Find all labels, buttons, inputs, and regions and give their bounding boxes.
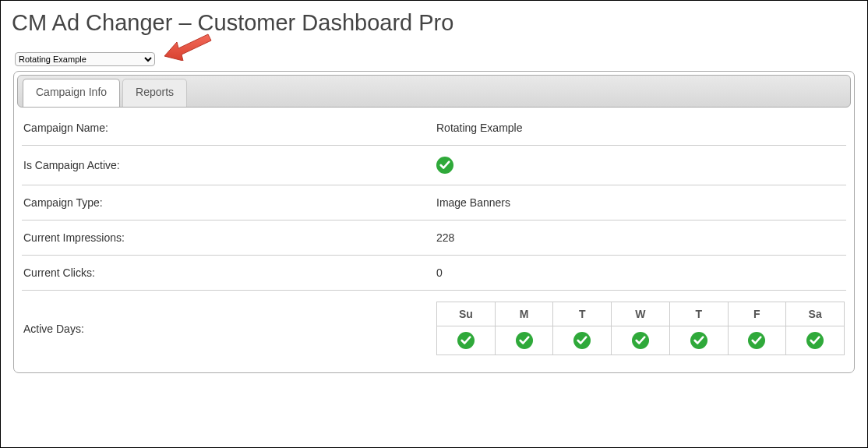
check-icon: [457, 332, 475, 349]
main-panel: Campaign Info Reports Campaign Name: Rot…: [13, 71, 855, 373]
active-days-header-row: Su M T W T F Sa: [437, 302, 845, 326]
row-clicks: Current Clicks: 0: [22, 256, 846, 291]
label-is-active: Is Campaign Active:: [23, 159, 436, 171]
day-header: M: [495, 302, 553, 326]
check-icon: [690, 332, 707, 349]
active-days-table: Su M T W T F Sa: [436, 302, 845, 355]
label-clicks: Current Clicks:: [23, 266, 436, 279]
day-cell: [728, 326, 786, 355]
day-header: W: [612, 302, 670, 326]
day-cell: [553, 326, 612, 355]
label-active-days: Active Days:: [23, 323, 436, 335]
campaign-selector-row: Rotating Example: [12, 50, 856, 69]
label-campaign-name: Campaign Name:: [23, 122, 436, 134]
day-cell: [495, 326, 553, 355]
value-impressions: 228: [436, 231, 845, 244]
check-icon: [573, 332, 591, 349]
dashboard-viewport: CM Ad Changer – Customer Dashboard Pro R…: [0, 0, 868, 448]
day-header: T: [553, 302, 612, 326]
check-icon: [748, 332, 765, 349]
active-days-value-row: [437, 326, 845, 355]
label-campaign-type: Campaign Type:: [23, 196, 436, 209]
active-days-table-wrap: Su M T W T F Sa: [436, 302, 845, 355]
value-campaign-type: Image Banners: [436, 196, 845, 209]
check-icon: [632, 332, 649, 349]
row-campaign-name: Campaign Name: Rotating Example: [22, 111, 846, 146]
check-icon: [516, 332, 533, 349]
day-header: F: [728, 302, 786, 326]
campaign-selector[interactable]: Rotating Example: [15, 52, 155, 66]
day-header: T: [669, 302, 728, 326]
tab-strip: Campaign Info Reports: [17, 75, 851, 108]
check-icon: [436, 157, 453, 174]
label-impressions: Current Impressions:: [23, 231, 436, 244]
day-header: Sa: [786, 302, 845, 326]
day-cell: [437, 326, 496, 355]
value-clicks: 0: [436, 266, 845, 279]
row-campaign-type: Campaign Type: Image Banners: [22, 185, 846, 220]
row-active-days: Active Days: Su M T W T F Sa: [22, 291, 846, 366]
day-cell: [669, 326, 728, 355]
day-cell: [612, 326, 670, 355]
tab-campaign-info[interactable]: Campaign Info: [23, 79, 120, 107]
value-campaign-name: Rotating Example: [436, 122, 845, 134]
svg-marker-0: [164, 34, 211, 61]
value-is-active: [436, 157, 845, 174]
campaign-info-content: Campaign Name: Rotating Example Is Campa…: [14, 111, 854, 372]
row-is-active: Is Campaign Active:: [22, 146, 846, 185]
day-cell: [786, 326, 845, 355]
tab-reports[interactable]: Reports: [122, 79, 187, 107]
check-icon: [806, 332, 824, 349]
page-title: CM Ad Changer – Customer Dashboard Pro: [12, 10, 856, 36]
day-header: Su: [437, 302, 496, 326]
row-impressions: Current Impressions: 228: [22, 220, 846, 256]
